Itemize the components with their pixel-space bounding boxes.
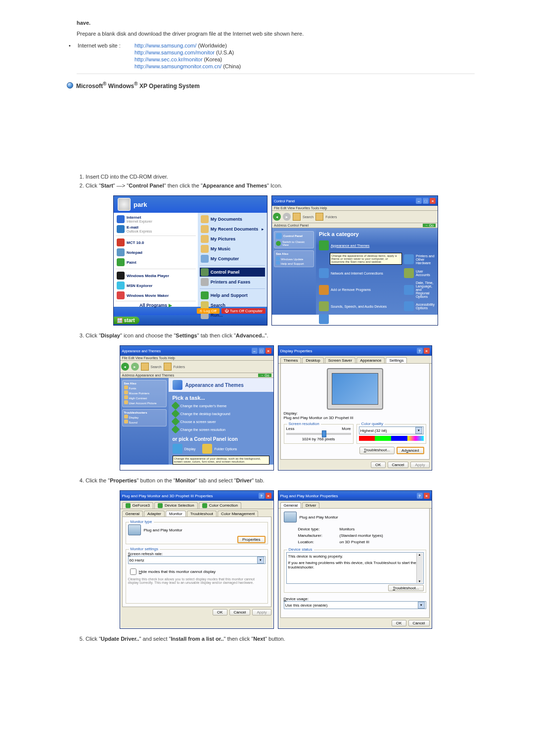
go-button[interactable]: → Go <box>423 224 436 227</box>
start-menu-item[interactable]: Notepad <box>116 248 196 257</box>
dp-tabs[interactable]: ThemesDesktopScreen SaverAppearanceSetti… <box>278 356 432 364</box>
cp-category[interactable]: Date, Time, Language, and Regional Optio… <box>404 281 435 298</box>
ok-button[interactable]: OK <box>371 462 386 468</box>
cp-category[interactable]: Printers and Other Hardware <box>404 253 435 265</box>
at-menubar[interactable]: File Edit View Favorites Tools Help <box>120 356 273 361</box>
scrollbar[interactable]: ▲▼ <box>416 553 423 583</box>
forward-icon[interactable]: ► <box>283 213 291 221</box>
tab-troubleshoot[interactable]: Troubleshoot <box>187 511 217 517</box>
start-menu-item[interactable]: My Pictures <box>200 235 265 243</box>
hide-modes-checkbox[interactable] <box>130 568 136 575</box>
tab-desktop[interactable]: Desktop <box>302 357 323 363</box>
cancel-button[interactable]: Cancel <box>229 609 251 615</box>
close-icon[interactable]: × <box>266 348 271 354</box>
cp-icon[interactable]: Folder Options <box>202 444 237 454</box>
tab-appearance[interactable]: Appearance <box>356 357 385 363</box>
cp-icon[interactable]: Display <box>173 444 196 454</box>
back-icon[interactable]: ◄ <box>273 213 281 221</box>
cancel-button[interactable]: Cancel <box>408 620 430 626</box>
see-also-item[interactable]: Windows Update <box>276 256 312 261</box>
tab-driver[interactable]: Driver <box>302 502 319 508</box>
start-menu-item[interactable]: Windows Movie Maker <box>116 291 196 300</box>
tab-adapter[interactable]: Adapter <box>144 511 165 517</box>
start-menu-item[interactable]: My Computer <box>200 254 265 263</box>
at-toolbar[interactable]: ◄ ► Search Folders <box>120 361 273 373</box>
cp-category[interactable]: Add or Remove Programs <box>319 281 402 298</box>
properties-button[interactable]: Properties <box>237 536 265 543</box>
start-button[interactable]: 🪟 start <box>114 317 139 324</box>
start-menu-item[interactable]: My Documents <box>200 215 265 224</box>
switch-view-link[interactable]: Switch to Classic View <box>276 240 312 246</box>
help-icon[interactable]: ? <box>417 348 423 354</box>
cp-category[interactable]: Network and Internet Connections <box>319 268 402 278</box>
all-programs-button[interactable]: All Programs ▶ <box>116 301 196 308</box>
start-menu-item[interactable]: E-mailOutlook Express <box>116 225 196 234</box>
close-icon[interactable]: × <box>266 493 271 499</box>
tab-device-selection[interactable]: Device Selection <box>154 502 198 509</box>
color-quality-select[interactable]: Highest (32 bit)▾ <box>359 426 424 434</box>
resolution-slider[interactable] <box>286 433 351 435</box>
start-menu-item[interactable]: Windows Media Player <box>116 271 196 280</box>
task-link[interactable]: Change the computer's theme <box>173 403 269 409</box>
tab-color-management[interactable]: Color Management <box>218 511 258 517</box>
maximize-icon[interactable]: □ <box>259 348 265 354</box>
logoff-button[interactable]: ⎋Log Off <box>197 308 220 314</box>
start-menu-item[interactable]: Control Panel <box>200 268 265 277</box>
help-icon[interactable]: ? <box>259 493 265 499</box>
folders-icon[interactable] <box>164 363 172 371</box>
tab-general[interactable]: General <box>122 511 143 517</box>
apply-button[interactable]: Apply <box>410 462 429 468</box>
troubleshoot-button[interactable]: Troubleshoot... <box>388 585 423 591</box>
internet-link[interactable]: http://www.samsung.com/monitor <box>134 49 215 55</box>
cp-category[interactable]: User Accounts <box>404 268 435 278</box>
cp-category[interactable]: Performance and Maintenance <box>319 314 402 324</box>
back-icon[interactable]: ◄ <box>121 363 129 371</box>
troubleshooter-item[interactable]: Sound <box>124 420 165 424</box>
see-also-item[interactable]: User Account Picture <box>124 400 165 405</box>
start-menu-item[interactable]: Help and Support <box>200 291 265 300</box>
see-also-item[interactable]: Help and Support <box>276 261 312 265</box>
tab-geforce3[interactable]: GeForce3 <box>122 502 154 509</box>
start-menu-item[interactable]: MCT 10.0 <box>116 238 196 247</box>
up-icon[interactable] <box>293 213 301 221</box>
adv-tabs-row2[interactable]: GeneralAdapterMonitorTroubleshootColor M… <box>120 509 273 517</box>
close-icon[interactable]: × <box>424 348 430 354</box>
refresh-rate-select[interactable]: 60 Hertz▾ <box>128 556 266 564</box>
cp-toolbar[interactable]: ◄ ► Search Folders <box>272 211 438 223</box>
adv-tabs-row1[interactable]: GeForce3Device SelectionColor Correction <box>120 501 273 509</box>
tab-monitor[interactable]: Monitor <box>166 511 186 517</box>
tab-themes[interactable]: Themes <box>280 357 302 363</box>
see-also-item[interactable]: Mouse Pointers <box>124 390 165 395</box>
internet-link[interactable]: http://www.samsung.com/ <box>134 43 196 48</box>
advanced-button[interactable]: Advanced <box>397 447 424 454</box>
go-button[interactable]: → Go <box>258 374 271 377</box>
internet-link[interactable]: http://www.sec.co.kr/monitor <box>134 56 203 62</box>
cp-category[interactable]: Appearance and Themes <box>319 240 402 250</box>
maximize-icon[interactable]: □ <box>423 198 429 204</box>
apply-button[interactable]: Apply <box>252 609 271 615</box>
troubleshooter-item[interactable]: Display <box>124 415 165 419</box>
help-icon[interactable]: ? <box>417 493 423 499</box>
see-also-item[interactable]: Fonts <box>124 385 165 390</box>
turnoff-button[interactable]: ⏻Turn Off Computer <box>222 308 266 314</box>
start-menu-item[interactable]: MSN Explorer <box>116 281 196 290</box>
pnp-tabs[interactable]: GeneralDriver <box>278 501 432 509</box>
tab-screen-saver[interactable]: Screen Saver <box>325 357 356 363</box>
minimize-icon[interactable]: – <box>416 198 422 204</box>
cancel-button[interactable]: Cancel <box>388 462 409 468</box>
task-link[interactable]: Change the desktop background <box>173 411 269 417</box>
cp-category[interactable]: Accessibility Options <box>404 301 435 311</box>
forward-icon[interactable]: ► <box>131 363 139 371</box>
cp-category[interactable]: Sounds, Speech, and Audio Devices <box>319 301 402 311</box>
see-also-item[interactable]: High Contrast <box>124 395 165 400</box>
start-menu-item[interactable]: InternetInternet Explorer <box>116 215 196 224</box>
ok-button[interactable]: OK <box>392 620 406 626</box>
task-link[interactable]: Change the screen resolution <box>173 426 269 432</box>
task-link[interactable]: Choose a screen saver <box>173 419 269 425</box>
minimize-icon[interactable]: – <box>252 348 258 354</box>
up-icon[interactable] <box>141 363 149 371</box>
ok-button[interactable]: OK <box>213 609 227 615</box>
cp-menubar[interactable]: File Edit View Favorites Tools Help <box>272 206 438 211</box>
troubleshoot-button[interactable]: Troubleshoot... <box>359 447 395 454</box>
tab-general[interactable]: General <box>280 502 301 508</box>
